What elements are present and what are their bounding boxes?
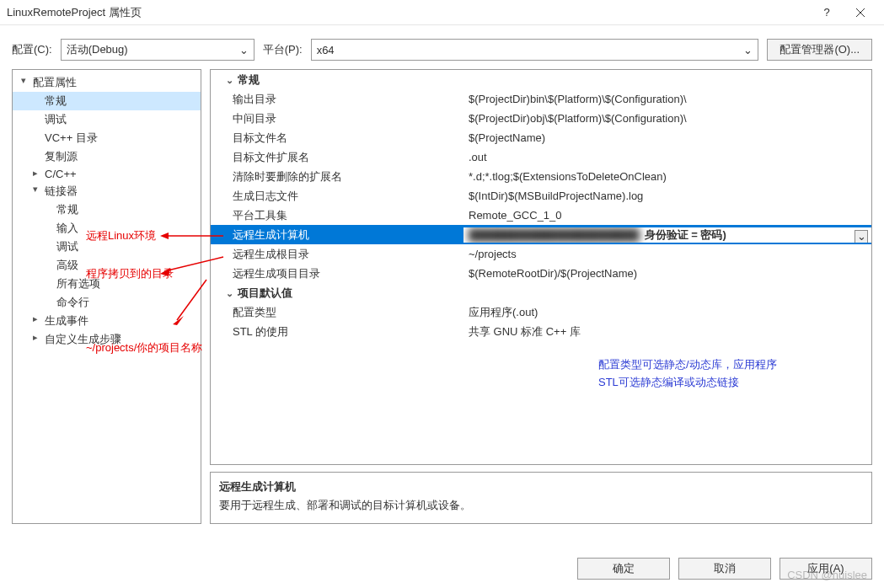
description-body: 要用于远程生成、部署和调试的目标计算机或设备。: [219, 498, 863, 513]
property-name: STL 的使用: [211, 324, 463, 339]
collapse-icon: ⌄: [226, 288, 238, 299]
tree-item-label: 输入: [56, 222, 78, 234]
tree-item[interactable]: 常规: [13, 200, 201, 219]
property-value[interactable]: 共享 GNU 标准 C++ 库: [463, 324, 871, 339]
tree-item-label: 配置属性: [33, 76, 77, 88]
grid-group: ⌄常规: [211, 70, 871, 89]
property-value[interactable]: ██████████████████████身份验证 = 密码)⌄: [463, 227, 871, 243]
tree-item-label: 生成事件: [45, 314, 88, 327]
property-value[interactable]: .out: [463, 151, 871, 163]
property-value[interactable]: *.d;*.tlog;$(ExtensionsToDeleteOnClean): [463, 170, 871, 183]
expand-icon: ▾: [33, 184, 38, 195]
tree-item-label: VC++ 目录: [45, 131, 98, 144]
config-toolbar: 配置(C): 活动(Debug) ⌄ 平台(P): x64 ⌄ 配置管理器(O)…: [0, 25, 884, 69]
property-value[interactable]: $(ProjectName): [463, 131, 871, 144]
collapse-icon: ⌄: [226, 75, 238, 86]
property-name: 目标文件名: [211, 131, 463, 146]
advisory-note: 配置类型可选静态/动态库，应用程序 STL可选静态编译或动态链接: [598, 356, 777, 392]
tree-item[interactable]: 输入: [13, 219, 201, 238]
tree-item[interactable]: 复制源: [13, 147, 201, 166]
grid-row[interactable]: 远程生成根目录~/projects: [211, 244, 871, 264]
close-button[interactable]: [844, 0, 877, 25]
grid-row[interactable]: 生成日志文件$(IntDir)$(MSBuildProjectName).log: [211, 186, 871, 206]
property-value[interactable]: $(ProjectDir)obj\$(Platform)\$(Configura…: [463, 112, 871, 125]
tree-item-label: 复制源: [45, 150, 78, 163]
config-value: 活动(Debug): [67, 42, 128, 57]
tree-item[interactable]: ▸自定义生成步骤: [13, 330, 201, 349]
tree-item[interactable]: ▸C/C++: [13, 166, 201, 182]
property-grid[interactable]: ⌄常规输出目录$(ProjectDir)bin\$(Platform)\$(Co…: [210, 69, 872, 465]
config-manager-button[interactable]: 配置管理器(O)...: [767, 39, 872, 61]
property-value[interactable]: 应用程序(.out): [463, 305, 871, 320]
tree-item-label: 链接器: [45, 184, 78, 197]
property-value[interactable]: Remote_GCC_1_0: [463, 209, 871, 222]
platform-combo[interactable]: x64 ⌄: [311, 39, 759, 61]
grid-row[interactable]: 清除时要删除的扩展名*.d;*.tlog;$(ExtensionsToDelet…: [211, 167, 871, 186]
property-name: ⌄常规: [211, 72, 463, 88]
config-combo[interactable]: 活动(Debug) ⌄: [61, 39, 254, 61]
tree-item-label: C/C++: [45, 168, 77, 180]
property-name: 输出目录: [211, 92, 463, 107]
tree-item[interactable]: 调试: [13, 110, 201, 129]
property-name: 生成日志文件: [211, 189, 463, 204]
property-name: 远程生成计算机: [211, 227, 463, 243]
property-value[interactable]: $(IntDir)$(MSBuildProjectName).log: [463, 190, 871, 202]
expand-icon: ▸: [33, 313, 38, 324]
property-name: 目标文件扩展名: [211, 150, 463, 165]
tree-item-label: 命令行: [56, 296, 89, 308]
expand-icon: ▾: [21, 75, 26, 86]
tree-item[interactable]: 命令行: [13, 293, 201, 312]
tree-item-label: 调试: [56, 240, 78, 253]
help-button[interactable]: ?: [810, 0, 844, 25]
tree-item-label: 常规: [56, 203, 78, 216]
grid-row[interactable]: 目标文件扩展名.out: [211, 147, 871, 167]
platform-value: x64: [317, 44, 335, 56]
tree-item-label: 常规: [45, 94, 67, 107]
tree-item-label: 所有选项: [56, 277, 100, 290]
property-name: 中间目录: [211, 111, 463, 126]
chevron-down-icon: ⌄: [239, 44, 249, 56]
tree-item[interactable]: ▾配置属性: [13, 73, 201, 92]
ok-button[interactable]: 确定: [577, 558, 670, 580]
dialog-footer: 确定 取消 应用(A): [577, 558, 872, 580]
property-name: 配置类型: [211, 305, 463, 320]
auth-suffix: 身份验证 = 密码): [645, 228, 726, 241]
tree-item[interactable]: VC++ 目录: [13, 129, 201, 147]
property-name: ⌄项目默认值: [211, 286, 463, 301]
grid-row[interactable]: 中间目录$(ProjectDir)obj\$(Platform)\$(Confi…: [211, 109, 871, 128]
tree-item-label: 高级: [56, 259, 78, 271]
grid-row[interactable]: 配置类型应用程序(.out): [211, 302, 871, 322]
property-value[interactable]: ~/projects: [463, 248, 871, 260]
grid-row[interactable]: 远程生成项目目录$(RemoteRootDir)/$(ProjectName): [211, 264, 871, 283]
property-name: 远程生成根目录: [211, 247, 463, 262]
tree-item[interactable]: 高级: [13, 256, 201, 275]
tree-item[interactable]: 调试: [13, 238, 201, 256]
property-value[interactable]: $(ProjectDir)bin\$(Platform)\$(Configura…: [463, 93, 871, 105]
apply-button[interactable]: 应用(A): [780, 558, 872, 580]
grid-row[interactable]: 平台工具集Remote_GCC_1_0: [211, 206, 871, 225]
config-label: 配置(C):: [12, 42, 52, 57]
close-icon: [855, 8, 865, 18]
cancel-button[interactable]: 取消: [678, 558, 771, 580]
grid-row[interactable]: 远程生成计算机██████████████████████身份验证 = 密码)⌄: [211, 225, 871, 244]
tree-item[interactable]: ▾链接器: [13, 182, 201, 200]
grid-row[interactable]: 输出目录$(ProjectDir)bin\$(Platform)\$(Confi…: [211, 89, 871, 109]
dropdown-icon[interactable]: ⌄: [855, 230, 868, 243]
platform-label: 平台(P):: [263, 42, 303, 57]
category-tree[interactable]: ▾配置属性常规调试VC++ 目录复制源▸C/C++▾链接器常规输入调试高级所有选…: [12, 69, 201, 524]
property-name: 清除时要删除的扩展名: [211, 169, 463, 184]
title-bar: LinuxRemoteProject 属性页 ?: [0, 0, 884, 25]
description-panel: 远程生成计算机 要用于远程生成、部署和调试的目标计算机或设备。: [210, 472, 872, 524]
grid-row[interactable]: 目标文件名$(ProjectName): [211, 128, 871, 147]
grid-row[interactable]: STL 的使用共享 GNU 标准 C++ 库: [211, 322, 871, 341]
masked-value: ██████████████████████: [469, 228, 640, 241]
window-title: LinuxRemoteProject 属性页: [7, 5, 810, 20]
expand-icon: ▸: [33, 168, 38, 179]
tree-item[interactable]: ▸生成事件: [13, 312, 201, 330]
property-value[interactable]: $(RemoteRootDir)/$(ProjectName): [463, 267, 871, 280]
tree-item[interactable]: 常规: [13, 92, 201, 110]
expand-icon: ▸: [33, 332, 38, 343]
tree-item-label: 调试: [45, 113, 67, 126]
tree-item[interactable]: 所有选项: [13, 275, 201, 293]
grid-group: ⌄项目默认值: [211, 283, 871, 302]
